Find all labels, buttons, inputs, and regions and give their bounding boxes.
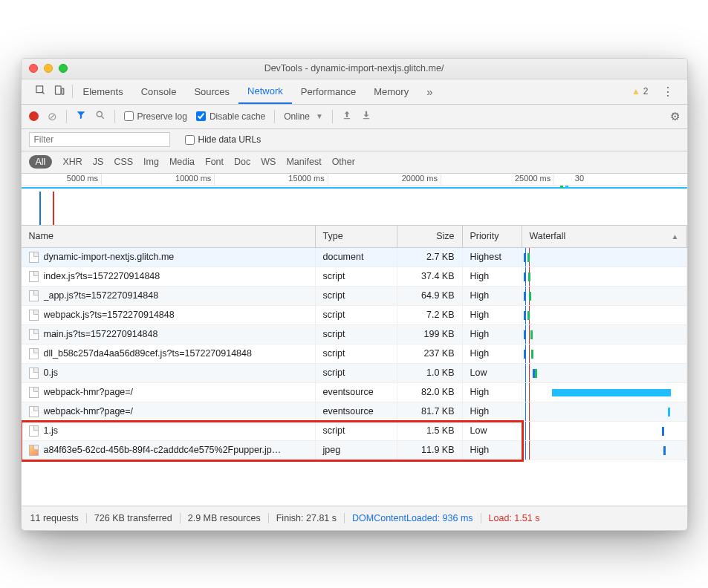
cell-priority: High — [463, 325, 522, 344]
cell-waterfall — [522, 325, 687, 344]
chip-doc[interactable]: Doc — [234, 157, 250, 167]
traffic-lights — [29, 64, 68, 73]
file-icon — [29, 368, 39, 379]
close-button[interactable] — [29, 64, 38, 73]
panel-tabs: ElementsConsoleSourcesNetworkPerformance… — [22, 79, 687, 105]
cell-size: 237 KB — [397, 344, 463, 363]
request-name: a84f63e5-62cd-456b-89f4-c2adddc4e575%2Fp… — [44, 445, 282, 455]
table-row[interactable]: 0.jsscript1.0 KBLow — [22, 364, 687, 383]
tab-sources[interactable]: Sources — [185, 79, 238, 104]
disable-cache-label: Disable cache — [210, 111, 265, 122]
disable-cache-input[interactable] — [196, 111, 206, 121]
cell-type: eventsource — [316, 402, 397, 421]
cell-size: 11.9 KB — [397, 441, 463, 460]
sort-icon: ▲ — [672, 232, 679, 241]
filter-input[interactable] — [29, 132, 170, 147]
svg-rect-4 — [344, 118, 350, 119]
cell-priority: High — [463, 306, 522, 324]
cell-waterfall — [522, 364, 687, 382]
table-row[interactable]: 1.jsscript1.5 KBLow — [22, 422, 687, 441]
header-type[interactable]: Type — [316, 226, 397, 247]
table-row[interactable]: webpack-hmr?page=/eventsource81.7 KBHigh — [22, 402, 687, 422]
tab-console[interactable]: Console — [132, 79, 186, 104]
search-icon[interactable] — [95, 110, 105, 122]
header-size[interactable]: Size — [397, 226, 463, 247]
cell-name: dll_b58c257da4aa56d89cef.js?ts=157227091… — [22, 344, 316, 363]
maximize-button[interactable] — [59, 64, 68, 73]
preserve-log-input[interactable] — [124, 111, 134, 121]
cell-waterfall — [522, 383, 687, 402]
tab-elements[interactable]: Elements — [74, 79, 132, 104]
devtools-window: DevTools - dynamic-import-nextjs.glitch.… — [21, 58, 688, 531]
download-har-icon[interactable] — [361, 110, 371, 122]
tab-performance[interactable]: Performance — [292, 79, 365, 104]
cell-name: webpack-hmr?page=/ — [22, 402, 316, 421]
cell-priority: High — [463, 441, 522, 460]
upload-har-icon[interactable] — [342, 110, 352, 122]
chip-other[interactable]: Other — [332, 157, 355, 167]
dcl-marker — [39, 192, 41, 225]
chip-media[interactable]: Media — [169, 157, 195, 167]
chip-js[interactable]: JS — [93, 157, 104, 167]
svg-rect-5 — [363, 118, 369, 119]
preserve-log-checkbox[interactable]: Preserve log — [124, 111, 187, 122]
table-row[interactable]: webpack.js?ts=1572270914848script7.2 KBH… — [22, 306, 687, 325]
cell-size: 2.7 KB — [397, 248, 463, 267]
chip-manifest[interactable]: Manifest — [286, 157, 321, 167]
filter-icon[interactable] — [76, 110, 86, 122]
header-priority[interactable]: Priority — [463, 226, 522, 247]
timeline-overview[interactable]: 5000 ms10000 ms15000 ms20000 ms25000 ms3… — [22, 174, 687, 226]
file-icon — [29, 406, 39, 417]
device-icon[interactable] — [53, 85, 65, 98]
tab-network[interactable]: Network — [238, 79, 292, 104]
tab-memory[interactable]: Memory — [365, 79, 418, 104]
table-row[interactable]: dynamic-import-nextjs.glitch.medocument2… — [22, 248, 687, 267]
file-icon — [29, 348, 39, 359]
minimize-button[interactable] — [44, 64, 53, 73]
table-row[interactable]: _app.js?ts=1572270914848script64.9 KBHig… — [22, 287, 687, 306]
cell-priority: High — [463, 344, 522, 363]
hide-data-urls-input[interactable] — [185, 135, 195, 145]
more-panels-icon[interactable]: » — [419, 85, 440, 98]
cell-size: 82.0 KB — [397, 383, 463, 402]
cell-name: dynamic-import-nextjs.glitch.me — [22, 248, 316, 267]
header-waterfall-label: Waterfall — [530, 231, 566, 241]
cell-name: 1.js — [22, 422, 316, 440]
table-row[interactable]: a84f63e5-62cd-456b-89f4-c2adddc4e575%2Fp… — [22, 441, 687, 460]
chip-img[interactable]: Img — [143, 157, 159, 167]
cell-priority: High — [463, 383, 522, 402]
record-button[interactable] — [29, 111, 39, 121]
cell-waterfall — [522, 402, 687, 421]
network-settings-icon[interactable]: ⚙ — [670, 110, 680, 123]
timeline-line — [22, 187, 687, 189]
chip-font[interactable]: Font — [205, 157, 224, 167]
cell-size: 7.2 KB — [397, 306, 463, 324]
table-row[interactable]: webpack-hmr?page=/eventsource82.0 KBHigh — [22, 383, 687, 402]
file-icon — [29, 425, 39, 437]
table-row[interactable]: main.js?ts=1572270914848script199 KBHigh — [22, 325, 687, 344]
chip-all[interactable]: All — [29, 155, 53, 169]
chip-xhr[interactable]: XHR — [62, 157, 82, 167]
svg-rect-2 — [62, 88, 64, 94]
disable-cache-checkbox[interactable]: Disable cache — [196, 111, 265, 122]
hide-data-urls-checkbox[interactable]: Hide data URLs — [185, 134, 262, 145]
header-name[interactable]: Name — [22, 226, 316, 247]
header-waterfall[interactable]: Waterfall ▲ — [522, 226, 687, 247]
status-transferred: 726 KB transferred — [87, 513, 181, 523]
request-name: webpack-hmr?page=/ — [44, 406, 134, 416]
request-name: 1.js — [44, 425, 58, 436]
throttling-select[interactable]: Online ▼ — [284, 111, 323, 122]
table-row[interactable]: index.js?ts=1572270914848script37.4 KBHi… — [22, 267, 687, 287]
request-name: webpack-hmr?page=/ — [44, 387, 134, 397]
cell-waterfall — [522, 441, 687, 460]
cell-name: 0.js — [22, 364, 316, 382]
warnings-badge[interactable]: ▲ 2 — [626, 86, 655, 97]
chip-css[interactable]: CSS — [114, 157, 133, 167]
table-row[interactable]: dll_b58c257da4aa56d89cef.js?ts=157227091… — [22, 344, 687, 364]
filter-bar: Hide data URLs — [22, 129, 687, 151]
settings-menu-icon[interactable]: ⋮ — [656, 85, 680, 99]
clear-button[interactable]: ⊘ — [48, 110, 57, 123]
inspect-icon[interactable] — [35, 85, 46, 98]
timeline-tick: 25000 ms — [441, 174, 553, 185]
chip-ws[interactable]: WS — [261, 157, 276, 167]
